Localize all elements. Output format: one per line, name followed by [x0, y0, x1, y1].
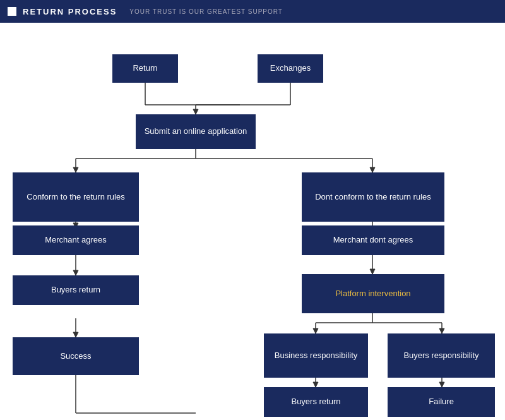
merchant-dont-box: Merchant dont agrees [302, 225, 444, 255]
svg-marker-12 [370, 167, 375, 172]
platform-box: Platform intervention [302, 274, 444, 313]
svg-marker-16 [73, 270, 78, 275]
conform-box: Conform to the return rules [13, 172, 139, 222]
svg-marker-18 [73, 332, 78, 337]
merchant-agrees-box: Merchant agrees [13, 225, 139, 255]
buyers-return-left-box: Buyers return [13, 275, 139, 305]
svg-marker-9 [73, 167, 78, 172]
failure-box: Failure [388, 387, 495, 417]
svg-marker-26 [313, 328, 318, 333]
header-square [8, 7, 16, 16]
return-box: Return [112, 54, 178, 83]
svg-marker-5 [193, 109, 198, 114]
header: RETURN PROCESS YOUR TRUST IS OUR GREATES… [0, 0, 505, 23]
business-resp-box: Business responsibility [264, 333, 368, 378]
diagram: Return Exchanges Submit an online applic… [0, 23, 505, 420]
header-title: RETURN PROCESS [23, 7, 117, 16]
success-box: Success [13, 337, 139, 375]
exchanges-box: Exchanges [258, 54, 323, 83]
buyers-resp-box: Buyers responsibility [388, 333, 495, 378]
buyers-return-right-box: Buyers return [264, 387, 368, 417]
submit-box: Submit an online application [136, 114, 256, 149]
header-subtitle: YOUR TRUST IS OUR GREATEST SUPPORT [129, 8, 283, 15]
svg-marker-29 [439, 328, 444, 333]
dont-conform-box: Dont conform to the return rules [302, 172, 444, 222]
svg-marker-33 [439, 382, 444, 387]
svg-marker-31 [313, 382, 318, 387]
svg-marker-22 [370, 269, 375, 274]
